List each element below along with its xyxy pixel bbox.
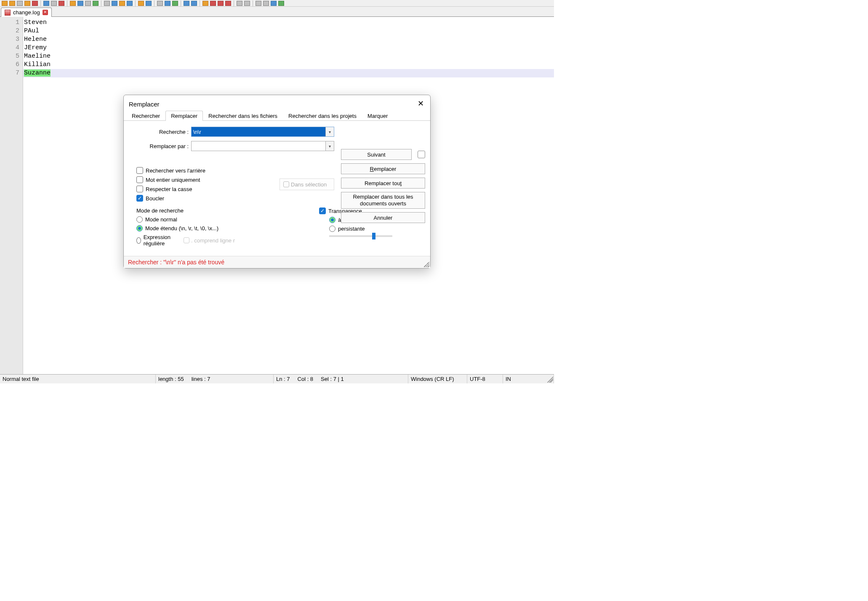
radio-icon bbox=[329, 217, 335, 223]
checkbox-icon bbox=[136, 176, 143, 183]
file-icon bbox=[5, 10, 11, 16]
mode-regex[interactable]: Expression régulière . comprend ligne r bbox=[136, 234, 235, 247]
toolbar-icon[interactable] bbox=[263, 1, 269, 6]
checkbox-icon: ✓ bbox=[319, 207, 326, 214]
btn-rest: emplacer bbox=[374, 166, 396, 172]
search-label: Recherche : bbox=[129, 129, 191, 135]
toolbar-icon[interactable] bbox=[165, 1, 170, 6]
toolbar-icon[interactable] bbox=[237, 1, 242, 6]
checkbox-icon bbox=[136, 186, 143, 192]
tab-mark[interactable]: Marquer bbox=[362, 111, 393, 121]
dialog-title: Remplacer bbox=[129, 101, 160, 108]
search-input[interactable] bbox=[192, 127, 325, 136]
toolbar-icon[interactable] bbox=[146, 1, 152, 6]
toolbar-icon[interactable] bbox=[172, 1, 178, 6]
toolbar bbox=[0, 0, 554, 7]
toolbar-icon[interactable] bbox=[278, 1, 284, 6]
toolbar-icon[interactable] bbox=[210, 1, 216, 6]
mode-normal[interactable]: Mode normal bbox=[136, 216, 235, 223]
status-length-lines: length : 55 lines : 7 bbox=[156, 375, 274, 383]
resize-grip-icon[interactable] bbox=[546, 375, 553, 383]
editor-line[interactable]: Steven bbox=[23, 19, 554, 27]
editor-line[interactable]: JEremy bbox=[23, 44, 554, 52]
dialog-close-button[interactable]: ✕ bbox=[416, 99, 425, 109]
radio-icon bbox=[329, 226, 335, 232]
editor-line[interactable]: Suzanne bbox=[23, 69, 554, 77]
search-combo[interactable]: ▾ bbox=[191, 127, 334, 137]
replace-combo[interactable]: ▾ bbox=[191, 141, 334, 151]
tab-label: change.log bbox=[13, 9, 40, 16]
toolbar-icon[interactable] bbox=[70, 1, 76, 6]
replace-all-open-button[interactable]: Remplacer dans tous les documents ouvert… bbox=[341, 192, 425, 209]
dialog-tabs: Rechercher Remplacer Rechercher dans les… bbox=[124, 110, 430, 121]
resize-grip-icon[interactable] bbox=[423, 261, 429, 267]
in-selection-checkbox: Dans sélection bbox=[280, 178, 334, 190]
dropdown-icon[interactable]: ▾ bbox=[325, 141, 334, 151]
toolbar-icon[interactable] bbox=[225, 1, 231, 6]
replace-dialog: Remplacer ✕ Rechercher Remplacer Recherc… bbox=[123, 95, 431, 269]
mode-extended[interactable]: Mode étendu (\n, \r, \t, \0, \x...) bbox=[136, 225, 235, 231]
tab-search[interactable]: Rechercher bbox=[126, 111, 165, 121]
editor-line[interactable]: Maeline bbox=[23, 52, 554, 61]
status-bar: Normal text file length : 55 lines : 7 L… bbox=[0, 374, 554, 383]
direction-toggle[interactable] bbox=[418, 151, 425, 158]
tab-find-in-projects[interactable]: Rechercher dans les projets bbox=[283, 111, 362, 121]
toolbar-icon[interactable] bbox=[127, 1, 133, 6]
toolbar-icon[interactable] bbox=[119, 1, 125, 6]
toolbar-icon[interactable] bbox=[256, 1, 261, 6]
transparency-slider[interactable] bbox=[329, 234, 392, 238]
toolbar-icon[interactable] bbox=[104, 1, 110, 6]
dropdown-icon[interactable]: ▾ bbox=[325, 127, 334, 136]
close-tab-icon[interactable]: ✕ bbox=[43, 10, 48, 15]
toolbar-icon[interactable] bbox=[59, 1, 64, 6]
replace-label: Remplacer par : bbox=[129, 143, 191, 149]
editor-line[interactable]: Helene bbox=[23, 35, 554, 44]
radio-icon bbox=[136, 225, 143, 231]
replace-all-button[interactable]: Remplacer tout bbox=[341, 178, 425, 189]
line-number-gutter: 1234567 bbox=[0, 17, 23, 374]
toolbar-icon[interactable] bbox=[32, 1, 38, 6]
toolbar-icon[interactable] bbox=[157, 1, 163, 6]
tab-replace[interactable]: Remplacer bbox=[165, 111, 203, 121]
toolbar-icon[interactable] bbox=[184, 1, 189, 6]
radio-icon bbox=[136, 237, 141, 244]
cancel-button[interactable]: Annuler bbox=[341, 212, 425, 223]
toolbar-icon[interactable] bbox=[112, 1, 117, 6]
toolbar-icon[interactable] bbox=[191, 1, 197, 6]
toolbar-icon[interactable] bbox=[24, 1, 30, 6]
tab-find-in-files[interactable]: Rechercher dans les fichiers bbox=[203, 111, 283, 121]
editor-line[interactable]: Killian bbox=[23, 61, 554, 69]
toolbar-icon[interactable] bbox=[244, 1, 250, 6]
toolbar-icon[interactable] bbox=[271, 1, 277, 6]
editor-line[interactable]: PAul bbox=[23, 27, 554, 35]
checkbox-icon bbox=[283, 181, 289, 187]
toolbar-icon[interactable] bbox=[77, 1, 83, 6]
toolbar-icon[interactable] bbox=[9, 1, 15, 6]
replace-button[interactable]: Remplacer bbox=[341, 163, 425, 174]
file-tab[interactable]: change.log ✕ bbox=[1, 8, 52, 17]
toolbar-icon[interactable] bbox=[2, 1, 8, 6]
toolbar-icon[interactable] bbox=[43, 1, 49, 6]
status-filetype: Normal text file bbox=[0, 375, 156, 383]
slider-thumb[interactable] bbox=[372, 233, 375, 239]
toolbar-icon[interactable] bbox=[138, 1, 144, 6]
replace-input[interactable] bbox=[192, 141, 325, 151]
checkbox-icon bbox=[136, 167, 143, 174]
tab-bar: change.log ✕ bbox=[0, 7, 554, 17]
dialog-status-message: Rechercher : "\n\r" n'a pas été trouvé bbox=[124, 256, 430, 268]
toolbar-icon[interactable] bbox=[17, 1, 23, 6]
status-eol: Windows (CR LF) bbox=[408, 375, 467, 383]
status-cursor: Ln : 7 Col : 8 Sel : 7 | 1 bbox=[274, 375, 408, 383]
status-encoding: UTF-8 bbox=[467, 375, 503, 383]
checkbox-icon bbox=[184, 237, 189, 243]
radio-icon bbox=[136, 216, 143, 223]
toolbar-icon[interactable] bbox=[93, 1, 99, 6]
checkbox-icon: ✓ bbox=[136, 195, 143, 202]
transparency-persistent[interactable]: persistante bbox=[329, 226, 418, 232]
search-mode-title: Mode de recherche bbox=[136, 207, 235, 214]
toolbar-icon[interactable] bbox=[85, 1, 91, 6]
toolbar-icon[interactable] bbox=[218, 1, 224, 6]
toolbar-icon[interactable] bbox=[51, 1, 57, 6]
toolbar-icon[interactable] bbox=[202, 1, 208, 6]
find-next-button[interactable]: Suivant bbox=[341, 149, 412, 160]
